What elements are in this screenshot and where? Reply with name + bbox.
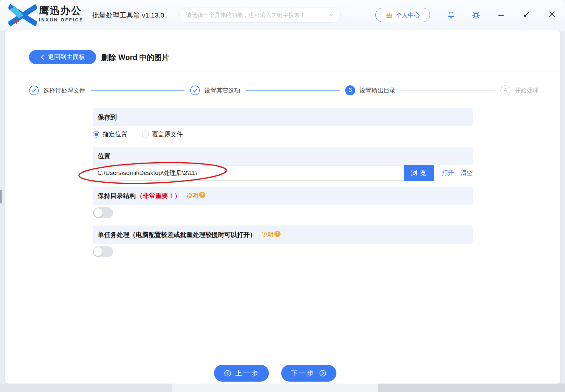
maximize-button[interactable] bbox=[523, 10, 531, 18]
keep-structure-important-note: （非常重要！） bbox=[136, 191, 181, 200]
wizard-stepper: 选择待处理文件 设置其它选项 3 设置输出目录 4 开始处理 bbox=[29, 84, 539, 96]
stepper-connector bbox=[91, 90, 185, 91]
minimize-button[interactable] bbox=[497, 12, 505, 19]
save-to-section-header: 保存到 bbox=[93, 108, 473, 126]
clear-path-link[interactable]: 清空 bbox=[460, 169, 473, 177]
close-icon bbox=[548, 10, 556, 18]
open-folder-link[interactable]: 打开 bbox=[442, 169, 454, 177]
keep-structure-help-link[interactable]: 说明 ? bbox=[187, 192, 205, 200]
output-path-row: 浏 览 打开 清空 bbox=[93, 165, 473, 181]
save-to-title: 保存到 bbox=[98, 113, 117, 122]
minimize-icon bbox=[497, 12, 505, 19]
keep-structure-section-header: 保持目录结构 （非常重要！） 说明 ? bbox=[93, 187, 473, 205]
gear-icon bbox=[471, 11, 481, 20]
circle-arrow-right-icon bbox=[319, 369, 327, 377]
step-start-processing: 4 开始处理 bbox=[500, 85, 539, 95]
search-input[interactable] bbox=[186, 12, 329, 18]
user-center-button[interactable]: 个人中心 bbox=[375, 8, 430, 22]
step-number-badge: 4 bbox=[500, 85, 510, 95]
save-to-options: 指定位置 覆盖原文件 bbox=[93, 129, 198, 139]
radio-circle-unselected[interactable] bbox=[142, 131, 149, 138]
resize-expand-icon bbox=[523, 10, 531, 18]
step-label: 设置其它选项 bbox=[204, 86, 240, 94]
step-done-check-icon bbox=[190, 85, 200, 95]
radio-specified-location[interactable]: 指定位置 bbox=[93, 130, 127, 139]
title-bar: 鹰迅办公 INXUN OFFICE 批量处理工具箱 v1.13.0 个人中心 bbox=[0, 0, 565, 31]
help-label: 说明 bbox=[262, 231, 274, 239]
wizard-nav-buttons: 上一步 下一步 bbox=[0, 365, 565, 382]
user-center-label: 个人中心 bbox=[396, 11, 420, 19]
location-title: 位置 bbox=[98, 152, 110, 161]
browse-button[interactable]: 浏 览 bbox=[404, 165, 434, 181]
function-search-select[interactable] bbox=[179, 7, 341, 23]
app-title: 批量处理工具箱 v1.13.0 bbox=[92, 11, 164, 20]
circle-arrow-left-icon bbox=[224, 369, 232, 377]
question-mark-icon: ? bbox=[274, 231, 281, 237]
step-label: 开始处理 bbox=[515, 86, 539, 94]
app-logo-icon bbox=[8, 4, 37, 27]
page-title: 删除 Word 中的图片 bbox=[101, 53, 169, 63]
next-step-label: 下一步 bbox=[291, 369, 315, 378]
toggle-knob bbox=[94, 247, 103, 256]
next-step-button[interactable]: 下一步 bbox=[281, 365, 336, 382]
notifications-button[interactable] bbox=[447, 11, 455, 20]
single-task-help-link[interactable]: 说明 ? bbox=[262, 231, 281, 239]
window-edge-sliver bbox=[0, 190, 2, 203]
step-output-directory: 3 设置输出目录 bbox=[345, 85, 396, 95]
toggle-knob bbox=[94, 208, 103, 217]
main-panel bbox=[5, 30, 560, 384]
crown-icon bbox=[385, 12, 393, 18]
single-task-section-header: 单任务处理（电脑配置较差或批量处理较慢时可以打开） 说明 ? bbox=[93, 226, 473, 244]
taskbar-segment bbox=[172, 384, 378, 392]
step-label: 设置输出目录 bbox=[359, 86, 396, 94]
keep-structure-toggle-off[interactable] bbox=[93, 207, 113, 218]
step-other-options: 设置其它选项 bbox=[190, 85, 240, 95]
previous-step-label: 上一步 bbox=[235, 369, 259, 378]
radio-label: 指定位置 bbox=[103, 130, 127, 139]
taskbar-segment bbox=[378, 384, 565, 392]
brand-name-en: INXUN OFFICE bbox=[39, 17, 83, 23]
step-label: 选择待处理文件 bbox=[43, 86, 85, 94]
back-to-dashboard-button[interactable]: 返回到主面板 bbox=[29, 50, 96, 64]
step-select-files: 选择待处理文件 bbox=[29, 85, 85, 95]
brand-name-cn: 鹰迅办公 bbox=[39, 5, 83, 17]
location-section-header: 位置 bbox=[93, 147, 473, 165]
single-task-title: 单任务处理（电脑配置较差或批量处理较慢时可以打开） bbox=[98, 230, 256, 239]
radio-circle-selected[interactable] bbox=[93, 131, 99, 138]
settings-button[interactable] bbox=[471, 11, 481, 20]
desktop-taskbar-strip bbox=[0, 384, 565, 392]
radio-overwrite-original[interactable]: 覆盖原文件 bbox=[142, 130, 183, 139]
help-label: 说明 bbox=[187, 192, 198, 200]
single-task-toggle-off[interactable] bbox=[93, 246, 113, 257]
step-number-badge: 3 bbox=[345, 85, 355, 95]
brand-block: 鹰迅办公 INXUN OFFICE bbox=[39, 5, 83, 23]
path-actions: 打开 清空 bbox=[442, 169, 473, 177]
step-done-check-icon bbox=[29, 85, 39, 95]
chevron-left-icon bbox=[40, 54, 45, 60]
previous-step-button[interactable]: 上一步 bbox=[214, 365, 269, 382]
output-path-input[interactable] bbox=[93, 165, 404, 181]
chevron-down-icon[interactable] bbox=[329, 12, 334, 18]
back-button-label: 返回到主面板 bbox=[48, 53, 85, 61]
stepper-connector bbox=[246, 90, 340, 91]
stepper-connector bbox=[401, 90, 495, 91]
header-divider bbox=[5, 71, 560, 71]
radio-label: 覆盖原文件 bbox=[152, 130, 183, 139]
keep-structure-title: 保持目录结构 bbox=[98, 191, 136, 200]
question-mark-icon: ? bbox=[199, 192, 205, 198]
bell-icon bbox=[447, 11, 455, 20]
close-button[interactable] bbox=[548, 10, 556, 18]
